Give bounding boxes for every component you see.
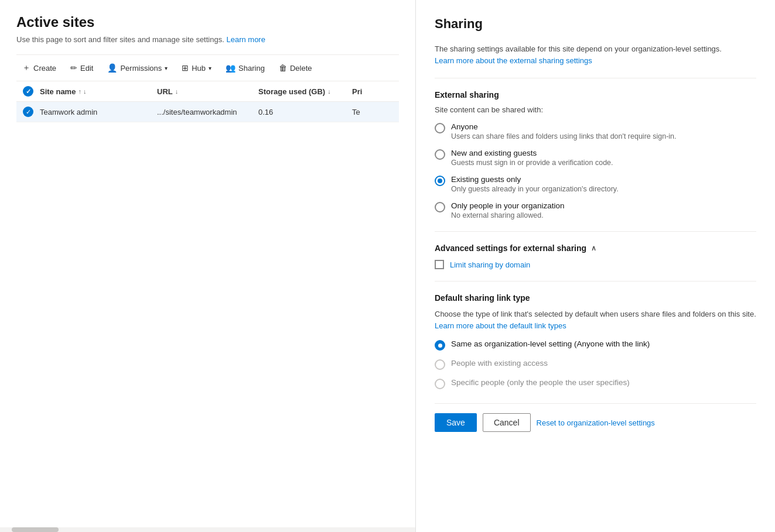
storage-sort-icon: ↓ — [327, 88, 331, 95]
delete-button[interactable]: 🗑 Delete — [273, 60, 318, 75]
toolbar: ＋ Create ✏ Edit 👤 Permissions ▾ ⊞ Hub ▾ … — [16, 54, 399, 81]
reset-button[interactable]: Reset to organization-level settings — [537, 418, 655, 427]
hub-button[interactable]: ⊞ Hub ▾ — [176, 60, 217, 75]
radio-specific-people-input[interactable] — [435, 379, 445, 389]
cancel-button[interactable]: Cancel — [483, 413, 531, 432]
save-button[interactable]: Save — [435, 413, 477, 432]
col-url[interactable]: URL ↓ — [157, 87, 258, 96]
row-checkbox[interactable]: ✓ — [23, 107, 33, 117]
edit-icon: ✏ — [70, 63, 77, 73]
radio-org-only-desc: No external sharing allowed. — [451, 211, 565, 219]
radio-existing-label: Existing guests only — [451, 175, 619, 184]
col-storage[interactable]: Storage used (GB) ↓ — [258, 87, 352, 96]
radio-existing-access-label: People with existing access — [451, 359, 548, 368]
col-site-name[interactable]: Site name ↑ ↓ — [40, 87, 157, 96]
panel-title: Sharing — [435, 16, 756, 32]
pri-cell: Te — [352, 108, 399, 116]
radio-option-org-only: Only people in your organization No exte… — [435, 201, 756, 219]
advanced-settings-heading: Advanced settings for external sharing ∧ — [435, 243, 756, 253]
col-pri[interactable]: Pri — [352, 87, 399, 96]
default-sharing-section: Default sharing link type Choose the typ… — [435, 293, 756, 389]
plus-icon: ＋ — [22, 63, 30, 73]
sort-icon: ↑ ↓ — [78, 88, 86, 95]
divider-1 — [435, 78, 756, 78]
radio-option-new-existing: New and existing guests Guests must sign… — [435, 149, 756, 167]
radio-new-existing-label: New and existing guests — [451, 149, 613, 157]
radio-anyone[interactable] — [435, 123, 445, 133]
radio-new-existing[interactable] — [435, 149, 445, 160]
site-name-cell: Teamwork admin — [40, 108, 157, 116]
radio-specific-people-label: Specific people (only the people the use… — [451, 378, 630, 387]
radio-anyone-desc: Users can share files and folders using … — [451, 132, 677, 140]
sharing-panel: Sharing The sharing settings available f… — [416, 0, 775, 532]
left-panel: Active sites Use this page to sort and f… — [0, 0, 416, 532]
advanced-settings-section: Advanced settings for external sharing ∧… — [435, 243, 756, 269]
storage-cell: 0.16 — [258, 108, 352, 116]
limit-domain-checkbox[interactable] — [435, 260, 444, 269]
permissions-chevron-icon: ▾ — [165, 65, 168, 71]
divider-2 — [435, 231, 756, 232]
advanced-chevron-icon[interactable]: ∧ — [591, 244, 596, 252]
default-link-types-link[interactable]: Learn more about the default link types — [435, 321, 566, 330]
org-settings-link[interactable]: Learn more about the external sharing se… — [435, 56, 592, 65]
limit-domain-option: Limit sharing by domain — [435, 260, 756, 269]
footer-buttons: Save Cancel Reset to organization-level … — [435, 403, 756, 432]
radio-existing-access: People with existing access — [435, 359, 756, 370]
page-subtitle: Use this page to sort and filter sites a… — [16, 35, 399, 44]
radio-existing[interactable] — [435, 176, 445, 186]
default-link-options: Same as organization-level setting (Anyo… — [435, 339, 756, 389]
radio-org-only-label: Only people in your organization — [451, 201, 565, 210]
divider-3 — [435, 281, 756, 282]
radio-org-only[interactable] — [435, 202, 445, 212]
external-sharing-subtext: Site content can be shared with: — [435, 105, 756, 114]
table-header: ✓ Site name ↑ ↓ URL ↓ Storage used (GB) … — [16, 81, 399, 102]
sharing-icon: 👥 — [226, 63, 235, 73]
url-sort-icon: ↓ — [175, 88, 179, 95]
radio-org-level-input[interactable] — [435, 340, 445, 351]
external-sharing-section: External sharing Site content can be sha… — [435, 90, 756, 219]
horizontal-scrollbar[interactable] — [0, 527, 415, 532]
external-sharing-heading: External sharing — [435, 90, 756, 99]
sharing-button[interactable]: 👥 Sharing — [220, 60, 271, 75]
url-cell: .../sites/teamworkadmin — [157, 108, 258, 116]
create-button[interactable]: ＋ Create — [16, 60, 62, 76]
radio-anyone-label: Anyone — [451, 122, 677, 131]
edit-button[interactable]: ✏ Edit — [64, 60, 99, 75]
radio-existing-access-input[interactable] — [435, 359, 445, 370]
hub-icon: ⊞ — [182, 63, 189, 73]
radio-org-level: Same as organization-level setting (Anyo… — [435, 339, 756, 351]
radio-org-level-label: Same as organization-level setting (Anyo… — [451, 339, 650, 348]
permissions-button[interactable]: 👤 Permissions ▾ — [101, 60, 173, 75]
radio-existing-desc: Only guests already in your organization… — [451, 185, 619, 193]
sharing-info-text: The sharing settings available for this … — [435, 43, 756, 66]
table-row[interactable]: ✓ Teamwork admin .../sites/teamworkadmin… — [16, 102, 399, 122]
external-sharing-options: Anyone Users can share files and folders… — [435, 122, 756, 219]
radio-option-existing: Existing guests only Only guests already… — [435, 175, 756, 193]
default-sharing-desc: Choose the type of link that's selected … — [435, 308, 756, 331]
radio-specific-people: Specific people (only the people the use… — [435, 378, 756, 389]
learn-more-link[interactable]: Learn more — [226, 35, 265, 44]
delete-icon: 🗑 — [279, 63, 287, 73]
permissions-icon: 👤 — [107, 63, 117, 73]
page-title: Active sites — [16, 14, 399, 30]
limit-domain-label[interactable]: Limit sharing by domain — [450, 260, 530, 269]
hub-chevron-icon: ▾ — [209, 65, 211, 71]
sites-table: ✓ Site name ↑ ↓ URL ↓ Storage used (GB) … — [16, 81, 399, 122]
radio-option-anyone: Anyone Users can share files and folders… — [435, 122, 756, 140]
default-sharing-heading: Default sharing link type — [435, 293, 756, 303]
radio-new-existing-desc: Guests must sign in or provide a verific… — [451, 159, 613, 167]
header-checkbox[interactable]: ✓ — [23, 86, 33, 97]
